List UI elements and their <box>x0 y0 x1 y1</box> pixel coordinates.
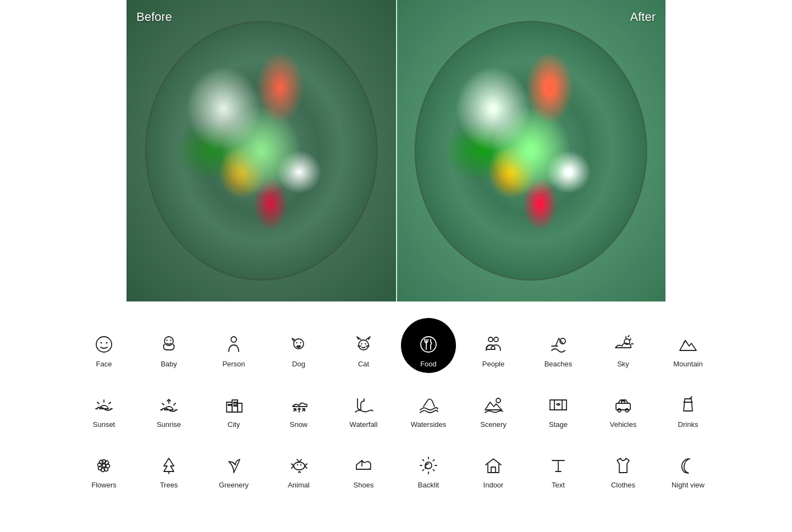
category-item-clothes[interactable]: Clothes <box>591 439 656 494</box>
before-label: Before <box>136 10 172 24</box>
indoor-icon <box>481 453 505 478</box>
category-item-sunset[interactable]: Sunset <box>72 379 136 434</box>
animal-label: Animal <box>288 481 310 490</box>
category-item-food[interactable]: Food <box>401 318 456 373</box>
panel-divider <box>396 0 397 301</box>
clothes-label: Clothes <box>611 481 635 490</box>
city-icon <box>222 393 246 417</box>
clothes-icon <box>611 453 635 478</box>
category-item-flowers[interactable]: Flowers <box>72 439 136 494</box>
category-item-drinks[interactable]: Drinks <box>656 379 721 434</box>
sunset-label: Sunset <box>93 420 115 429</box>
stage-icon <box>546 393 570 417</box>
backlit-label: Backlit <box>418 481 439 490</box>
categories-section: Face Baby Person Dog <box>0 301 792 511</box>
category-row-3: Flowers Trees Greenery Animal <box>33 439 759 494</box>
image-comparison-section: Before After <box>0 0 792 301</box>
after-panel: After <box>396 0 666 301</box>
category-item-sky[interactable]: Sky <box>591 318 656 373</box>
food-icon <box>416 332 441 357</box>
greenery-icon <box>222 453 246 478</box>
category-row-1: Face Baby Person Dog <box>33 318 759 373</box>
category-item-person[interactable]: Person <box>201 318 266 373</box>
sunset-icon <box>92 393 116 417</box>
city-label: City <box>228 420 240 429</box>
category-item-vehicles[interactable]: Vehicles <box>591 379 656 434</box>
category-item-people[interactable]: People <box>461 318 526 373</box>
watersides-label: Watersides <box>411 420 447 429</box>
vehicles-icon <box>611 393 635 417</box>
nightview-icon <box>676 453 700 478</box>
category-item-backlit[interactable]: Backlit <box>396 439 461 494</box>
after-label: After <box>630 10 656 24</box>
category-item-nightview[interactable]: Night view <box>656 439 721 494</box>
baby-icon <box>157 332 181 357</box>
people-label: People <box>482 360 504 369</box>
person-label: Person <box>222 360 245 369</box>
text-icon <box>546 453 570 478</box>
people-icon <box>481 332 505 357</box>
sky-label: Sky <box>617 360 629 369</box>
category-item-indoor[interactable]: Indoor <box>461 439 526 494</box>
text-label: Text <box>552 481 565 490</box>
before-after-container: Before After <box>127 0 666 301</box>
after-image <box>396 0 666 301</box>
person-icon <box>222 332 246 357</box>
greenery-label: Greenery <box>219 481 249 490</box>
face-label: Face <box>96 360 112 369</box>
cat-label: Cat <box>358 360 369 369</box>
category-item-watersides[interactable]: Watersides <box>396 379 461 434</box>
category-item-mountain[interactable]: Mountain <box>656 318 721 373</box>
category-item-cat[interactable]: Cat <box>331 318 396 373</box>
animal-icon <box>287 453 311 478</box>
category-item-scenery[interactable]: Scenery <box>461 379 526 434</box>
category-item-waterfall[interactable]: Waterfall <box>331 379 396 434</box>
snow-icon <box>287 393 311 417</box>
category-item-city[interactable]: City <box>201 379 266 434</box>
app-container: Before After Face B <box>0 0 792 511</box>
mountain-icon <box>676 332 700 357</box>
category-item-sunrise[interactable]: Sunrise <box>136 379 201 434</box>
category-item-text[interactable]: Text <box>526 439 591 494</box>
before-image <box>127 0 396 301</box>
dog-label: Dog <box>292 360 305 369</box>
category-item-baby[interactable]: Baby <box>136 318 201 373</box>
watersides-icon <box>416 393 441 417</box>
sunrise-icon <box>157 393 181 417</box>
category-item-beaches[interactable]: Beaches <box>526 318 591 373</box>
flowers-icon <box>92 453 116 478</box>
category-item-shoes[interactable]: Shoes <box>331 439 396 494</box>
category-item-dog[interactable]: Dog <box>266 318 331 373</box>
vehicles-label: Vehicles <box>610 420 636 429</box>
category-row-2: Sunset Sunrise City Snow <box>33 379 759 434</box>
indoor-label: Indoor <box>483 481 504 490</box>
drinks-icon <box>676 393 700 417</box>
snow-label: Snow <box>290 420 308 429</box>
category-item-greenery[interactable]: Greenery <box>201 439 266 494</box>
cat-icon <box>351 332 376 357</box>
beaches-icon <box>546 332 570 357</box>
mountain-label: Mountain <box>673 360 702 369</box>
scenery-icon <box>481 393 505 417</box>
food-label: Food <box>420 360 437 369</box>
nightview-label: Night view <box>672 481 705 490</box>
drinks-label: Drinks <box>678 420 698 429</box>
dog-icon <box>287 332 311 357</box>
baby-label: Baby <box>161 360 177 369</box>
trees-icon <box>157 453 181 478</box>
category-item-face[interactable]: Face <box>72 318 136 373</box>
face-icon <box>92 332 116 357</box>
waterfall-label: Waterfall <box>350 420 378 429</box>
stage-label: Stage <box>549 420 568 429</box>
category-item-animal[interactable]: Animal <box>266 439 331 494</box>
backlit-icon <box>416 453 441 478</box>
category-item-snow[interactable]: Snow <box>266 379 331 434</box>
waterfall-icon <box>351 393 376 417</box>
flowers-label: Flowers <box>91 481 117 490</box>
sky-icon <box>611 332 635 357</box>
beaches-label: Beaches <box>544 360 573 369</box>
category-item-stage[interactable]: Stage <box>526 379 591 434</box>
before-panel: Before <box>127 0 396 301</box>
category-item-trees[interactable]: Trees <box>136 439 201 494</box>
shoes-icon <box>351 453 376 478</box>
